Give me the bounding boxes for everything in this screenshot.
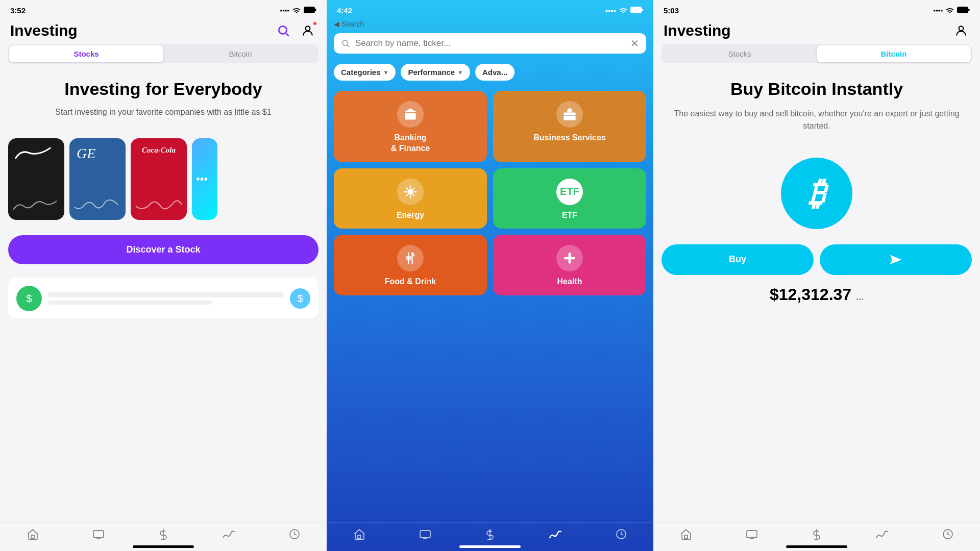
nav-tv-1[interactable] bbox=[92, 529, 105, 541]
phone-panel-2: 4:42 ▪▪▪▪ ◀ Search bbox=[327, 0, 653, 551]
discover-stock-button[interactable]: Discover a Stock bbox=[8, 235, 318, 264]
svg-point-2 bbox=[279, 26, 286, 34]
svg-point-12 bbox=[342, 40, 348, 46]
wifi-icon-2 bbox=[619, 6, 627, 15]
nav-tv-2[interactable] bbox=[419, 529, 431, 541]
category-card-banking[interactable]: Banking& Finance bbox=[334, 91, 487, 162]
bitcoin-hero: Buy Bitcoin Instantly The easiest way to… bbox=[653, 63, 980, 142]
app-title-1: Investing bbox=[10, 22, 78, 39]
filter-performance-label: Performance bbox=[408, 68, 455, 77]
status-bar-2: 4:42 ▪▪▪▪ bbox=[327, 0, 653, 18]
svg-rect-30 bbox=[958, 7, 968, 13]
status-icons-1: ▪▪▪▪ bbox=[280, 6, 316, 15]
banking-label: Banking& Finance bbox=[391, 133, 430, 154]
business-icon bbox=[562, 107, 577, 121]
nav-chart-2[interactable] bbox=[549, 529, 562, 541]
stock-card-partial[interactable]: ••• bbox=[192, 138, 217, 220]
search-input-2[interactable] bbox=[355, 38, 625, 48]
profile-button-3[interactable] bbox=[952, 22, 970, 39]
bitcoin-circle: ₿ bbox=[781, 158, 852, 229]
svg-rect-33 bbox=[684, 535, 688, 539]
energy-icon-wrap bbox=[397, 179, 424, 205]
category-card-business[interactable]: Business Services bbox=[493, 91, 646, 162]
food-label: Food & Drink bbox=[385, 277, 436, 287]
bottom-nav-3 bbox=[653, 522, 980, 551]
banking-icon-wrap bbox=[397, 101, 424, 128]
nav-dollar-1[interactable] bbox=[158, 529, 169, 541]
tab-bitcoin-3[interactable]: Bitcoin bbox=[817, 45, 971, 62]
filter-categories-label: Categories bbox=[341, 68, 381, 77]
back-button-2[interactable]: ◀ Search bbox=[334, 20, 646, 28]
svg-point-32 bbox=[959, 26, 964, 31]
buy-bitcoin-button[interactable]: Buy bbox=[662, 244, 814, 275]
health-icon bbox=[562, 251, 577, 265]
nav-chart-3[interactable] bbox=[875, 529, 889, 541]
filter-categories[interactable]: Categories ▼ bbox=[334, 64, 396, 81]
filter-advanced[interactable]: Adva... bbox=[475, 64, 514, 81]
ge-logo: GE bbox=[77, 145, 95, 161]
nav-home-1[interactable] bbox=[27, 529, 39, 541]
stock-card-coke[interactable]: Coca-Cola bbox=[131, 138, 187, 220]
battery-icon-1 bbox=[304, 6, 316, 15]
energy-icon bbox=[403, 185, 418, 199]
nav-home-3[interactable] bbox=[680, 529, 692, 541]
bottom-card-1: $ $ bbox=[8, 278, 318, 318]
home-indicator-1 bbox=[133, 545, 194, 548]
search-bar-2[interactable]: ✕ bbox=[334, 33, 646, 54]
back-label-2: Search bbox=[341, 20, 364, 28]
hero-subtitle-1: Start investing in your favorite compani… bbox=[10, 107, 316, 118]
tab-bitcoin-1[interactable]: Bitcoin bbox=[163, 45, 317, 62]
stock-card-ge[interactable]: GE bbox=[69, 138, 126, 220]
search-icon-2 bbox=[341, 39, 350, 48]
status-bar-3: 5:03 ▪▪▪▪ bbox=[653, 0, 980, 18]
business-label: Business Services bbox=[533, 133, 605, 143]
buy-send-row: Buy bbox=[653, 244, 980, 275]
nav-dollar-3[interactable] bbox=[811, 529, 822, 541]
coke-logo: Coca-Cola bbox=[142, 146, 176, 154]
svg-rect-14 bbox=[405, 113, 416, 120]
tab-stocks-1[interactable]: Stocks bbox=[9, 45, 163, 62]
category-card-health[interactable]: Health bbox=[493, 235, 646, 295]
notification-dot-1 bbox=[312, 21, 317, 26]
nav-tv-3[interactable] bbox=[746, 529, 758, 541]
category-card-etf[interactable]: ETF ETF bbox=[493, 168, 646, 229]
bitcoin-price: $12,312.37 bbox=[770, 285, 851, 304]
top-bar-1: Investing bbox=[0, 18, 327, 44]
category-card-food[interactable]: Food & Drink bbox=[334, 235, 487, 295]
bitcoin-symbol: ₿ bbox=[808, 174, 825, 212]
etf-label: ETF bbox=[562, 210, 577, 221]
status-bar-1: 3:52 ▪▪▪▪ bbox=[0, 0, 327, 18]
svg-line-3 bbox=[286, 33, 289, 36]
close-button-2[interactable]: ✕ bbox=[630, 38, 639, 48]
nav-home-2[interactable] bbox=[353, 529, 365, 541]
nav-clock-3[interactable] bbox=[942, 529, 953, 541]
price-preview-3: $12,312.37 ... bbox=[653, 275, 980, 314]
stock-card-nike[interactable] bbox=[8, 138, 64, 220]
filter-performance[interactable]: Performance ▼ bbox=[401, 64, 470, 81]
svg-rect-16 bbox=[411, 115, 413, 118]
nav-dollar-2[interactable] bbox=[484, 529, 496, 541]
svg-rect-5 bbox=[31, 535, 34, 539]
search-button-1[interactable] bbox=[275, 22, 292, 39]
send-bitcoin-button[interactable] bbox=[820, 244, 972, 275]
back-row-2: ◀ Search bbox=[327, 18, 653, 28]
svg-point-4 bbox=[306, 26, 310, 31]
etf-label-circle: ETF bbox=[556, 179, 583, 205]
price-suffix: ... bbox=[856, 292, 864, 302]
svg-rect-24 bbox=[565, 257, 575, 260]
health-label: Health bbox=[557, 277, 582, 287]
category-card-energy[interactable]: Energy bbox=[334, 168, 487, 229]
wifi-icon-3 bbox=[946, 6, 954, 15]
home-indicator-3 bbox=[786, 545, 847, 548]
svg-rect-17 bbox=[564, 113, 575, 120]
hero-title-1: Investing for Everybody bbox=[10, 79, 316, 99]
nav-chart-1[interactable] bbox=[222, 529, 235, 541]
profile-button-1[interactable] bbox=[299, 22, 316, 39]
status-icons-3: ▪▪▪▪ bbox=[934, 6, 970, 15]
tab-stocks-3[interactable]: Stocks bbox=[663, 45, 817, 62]
svg-rect-34 bbox=[747, 531, 757, 538]
signal-icon-3: ▪▪▪▪ bbox=[934, 7, 943, 14]
nav-clock-2[interactable] bbox=[616, 529, 627, 541]
nav-clock-1[interactable] bbox=[289, 529, 300, 541]
top-bar-3: Investing bbox=[653, 18, 980, 44]
